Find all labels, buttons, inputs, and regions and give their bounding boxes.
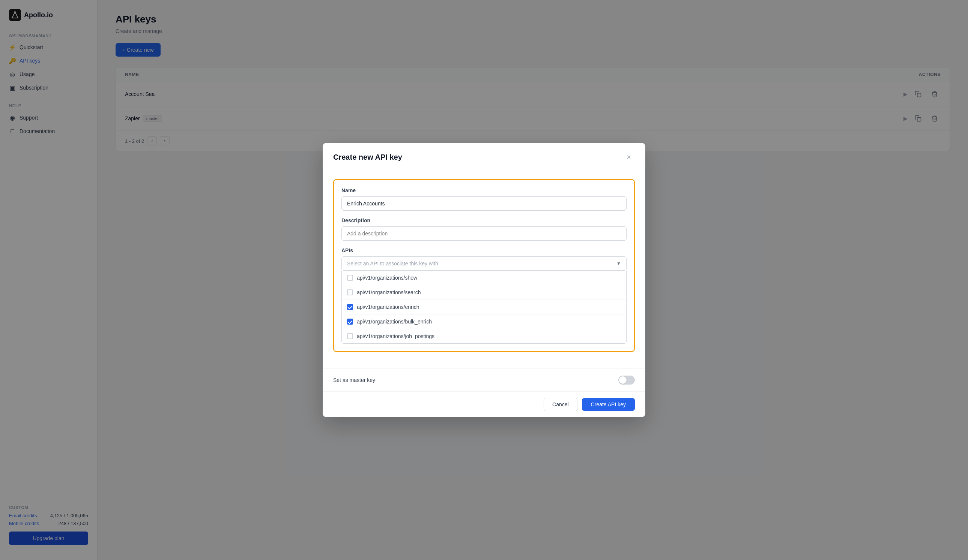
api-select-dropdown[interactable]: Select an API to associate this key with… xyxy=(341,256,627,271)
api-option-3[interactable]: api/v1/organizations/enrich xyxy=(342,300,626,314)
create-api-key-modal: Create new API key × Name Description AP… xyxy=(323,143,645,417)
master-key-toggle[interactable] xyxy=(618,376,635,385)
api-option-1[interactable]: api/v1/organizations/show xyxy=(342,271,626,285)
api-select-placeholder: Select an API to associate this key with xyxy=(347,261,438,266)
modal-close-button[interactable]: × xyxy=(623,151,635,163)
api-option-5[interactable]: api/v1/organizations/job_postings xyxy=(342,329,626,344)
description-field-wrapper: Description xyxy=(341,217,627,241)
api-checkbox-1[interactable] xyxy=(347,275,353,281)
apis-field-wrapper: APIs Select an API to associate this key… xyxy=(341,248,627,344)
modal-body: Name Description APIs Select an API to a… xyxy=(323,170,645,368)
api-checkbox-5[interactable] xyxy=(347,333,353,339)
dropdown-chevron-icon: ▼ xyxy=(617,261,621,266)
description-field-label: Description xyxy=(341,217,627,223)
highlighted-form-section: Name Description APIs Select an API to a… xyxy=(333,179,635,352)
apis-field-label: APIs xyxy=(341,248,627,253)
create-api-key-button[interactable]: Create API key xyxy=(582,398,635,411)
modal-overlay[interactable]: Create new API key × Name Description AP… xyxy=(0,0,968,560)
api-option-2[interactable]: api/v1/organizations/search xyxy=(342,285,626,300)
api-option-label-3: api/v1/organizations/enrich xyxy=(357,304,419,310)
modal-title: Create new API key xyxy=(333,153,402,162)
description-input[interactable] xyxy=(341,226,627,241)
modal-footer: Cancel Create API key xyxy=(323,392,645,417)
api-checkbox-4[interactable] xyxy=(347,319,353,325)
master-key-label: Set as master key xyxy=(333,377,375,383)
api-checkbox-3[interactable] xyxy=(347,304,353,310)
cancel-button[interactable]: Cancel xyxy=(544,398,577,411)
api-options-list: api/v1/organizations/show api/v1/organiz… xyxy=(341,271,627,344)
api-option-label-4: api/v1/organizations/bulk_enrich xyxy=(357,319,432,325)
name-field-label: Name xyxy=(341,187,627,193)
modal-header: Create new API key × xyxy=(323,143,645,170)
master-key-section: Set as master key xyxy=(323,368,645,392)
name-input[interactable] xyxy=(341,197,627,211)
api-checkbox-2[interactable] xyxy=(347,289,353,296)
api-option-label-2: api/v1/organizations/search xyxy=(357,289,421,296)
api-option-4[interactable]: api/v1/organizations/bulk_enrich xyxy=(342,314,626,329)
api-option-label-1: api/v1/organizations/show xyxy=(357,275,417,281)
api-option-label-5: api/v1/organizations/job_postings xyxy=(357,333,434,339)
